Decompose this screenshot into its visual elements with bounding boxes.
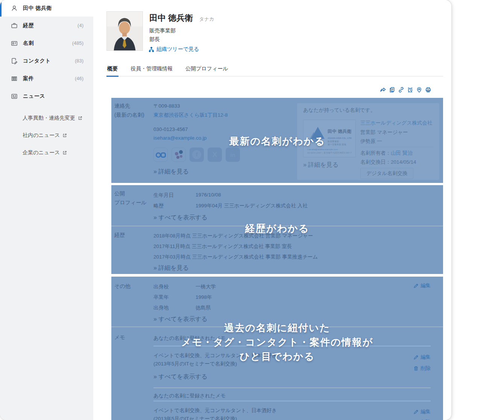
others-memo-section: その他 出身校 一橋大学 卒業年 1998年 出身地 徳島県 » すべてを表示す… <box>111 277 443 420</box>
deals-icon <box>11 75 18 82</box>
sidebar-item-count: (46) <box>75 76 83 81</box>
profile-name-row: 田中 徳兵衛 タナカ <box>149 12 214 24</box>
profile-name: 田中 徳兵衛 <box>149 13 193 23</box>
sidebar-item-label: 名刺 <box>23 40 72 47</box>
sidebar-item-label: コンタクト <box>23 58 75 64</box>
external-link-icon <box>78 116 82 120</box>
divider <box>111 327 443 327</box>
divider <box>153 388 431 388</box>
print-icon[interactable] <box>425 87 431 93</box>
sidebar-item-label: 田中 徳兵衛 <box>23 5 83 12</box>
promo-overlay <box>111 98 443 183</box>
sidebar-item-cards[interactable]: 名刺 (485) <box>0 34 93 52</box>
sidebar-item-count: (485) <box>72 40 83 46</box>
app-window: 田中 徳兵衛 経歴 (4) 名刺 (485) コンタクト (83) 案件 (46… <box>0 0 451 420</box>
sidebar: 田中 徳兵衛 経歴 (4) 名刺 (485) コンタクト (83) 案件 (46… <box>0 0 93 420</box>
profile-kana: タナカ <box>199 16 214 22</box>
person-icon <box>11 5 18 12</box>
contact-section: 連絡先 (最新の名刺) 〒009-8833 東京都渋谷区さくら坂1丁目12-8 … <box>111 98 443 183</box>
sidebar-item-label: ニュース <box>23 93 83 100</box>
divider <box>111 226 443 226</box>
forward-icon[interactable] <box>380 87 386 93</box>
sidebar-item-count: (83) <box>75 58 83 64</box>
tab-executive-info[interactable]: 役員・管理職情報 <box>130 65 173 76</box>
sidebar-link-internal-news[interactable]: 社内のニュース <box>0 127 93 144</box>
profile-job-title: 部長 <box>149 36 160 43</box>
org-tree-icon <box>149 47 154 52</box>
sidebar-link-company-news[interactable]: 企業のニュース <box>0 144 93 161</box>
tab-bar: 概要 役員・管理職情報 公開プロフィール <box>106 65 443 76</box>
sidebar-item-person[interactable]: 田中 徳兵衛 <box>0 0 93 17</box>
sidebar-item-count: (4) <box>77 23 83 28</box>
divider <box>153 346 431 346</box>
portrait-image <box>107 12 143 50</box>
briefcase-icon <box>11 22 18 29</box>
divider <box>153 401 431 401</box>
tab-overview[interactable]: 概要 <box>106 65 118 77</box>
profile-career-section: 公開 プロフィール 生年月日 1976/10/08 略歴 1999年04月 三三… <box>111 185 443 274</box>
copy-icon[interactable] <box>389 87 395 93</box>
contact-edit-icon <box>11 57 18 65</box>
alarm-icon[interactable] <box>407 87 413 93</box>
sidebar-item-news[interactable]: ニュース <box>0 87 93 105</box>
toolbar <box>380 87 431 93</box>
sidebar-item-career[interactable]: 経歴 (4) <box>0 17 93 34</box>
sidebar-item-deals[interactable]: 案件 (46) <box>0 70 93 87</box>
promo-overlay <box>111 185 443 274</box>
sidebar-item-contacts[interactable]: コンタクト (83) <box>0 52 93 70</box>
profile-department: 販売事業部 <box>149 27 176 34</box>
news-icon <box>11 93 18 100</box>
profile-photo <box>106 11 143 51</box>
location-icon[interactable] <box>416 87 422 93</box>
sidebar-link-personnel-change[interactable]: 人事異動・連絡先変更 <box>0 110 93 127</box>
sidebar-external-links: 人事異動・連絡先変更 社内のニュース 企業のニュース <box>0 110 93 161</box>
promo-overlay <box>111 277 443 420</box>
external-link-icon <box>62 133 67 138</box>
external-link-icon <box>62 151 67 155</box>
sidebar-item-label: 経歴 <box>23 22 77 29</box>
link-icon[interactable] <box>398 87 404 93</box>
sidebar-item-label: 案件 <box>23 75 75 82</box>
tab-public-profile[interactable]: 公開プロフィール <box>185 65 229 76</box>
org-tree-link[interactable]: 組織ツリーで見る <box>149 46 199 53</box>
business-card-icon <box>11 40 18 47</box>
